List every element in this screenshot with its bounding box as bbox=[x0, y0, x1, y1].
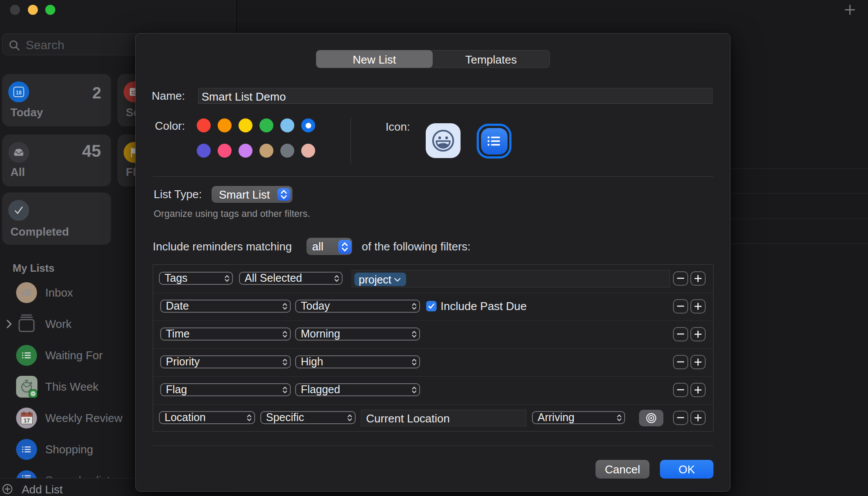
svg-text:17: 17 bbox=[24, 417, 30, 424]
svg-text:18: 18 bbox=[16, 90, 22, 96]
